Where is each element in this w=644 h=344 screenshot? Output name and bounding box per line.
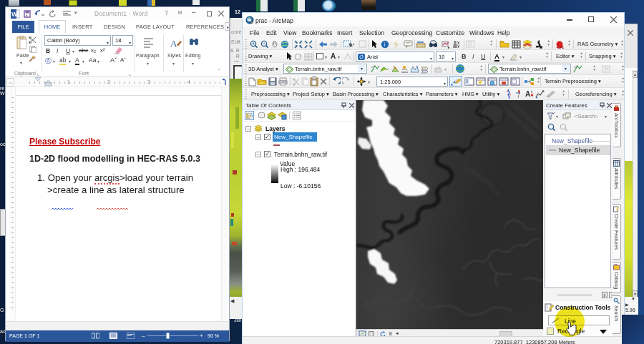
svg-text:Y: Y xyxy=(457,44,460,49)
svg-text:1: 1 xyxy=(562,45,565,49)
svg-text:A: A xyxy=(525,90,530,98)
svg-text:i: i xyxy=(384,41,385,48)
svg-text:A: A xyxy=(170,38,177,49)
svg-text:W: W xyxy=(11,11,18,18)
